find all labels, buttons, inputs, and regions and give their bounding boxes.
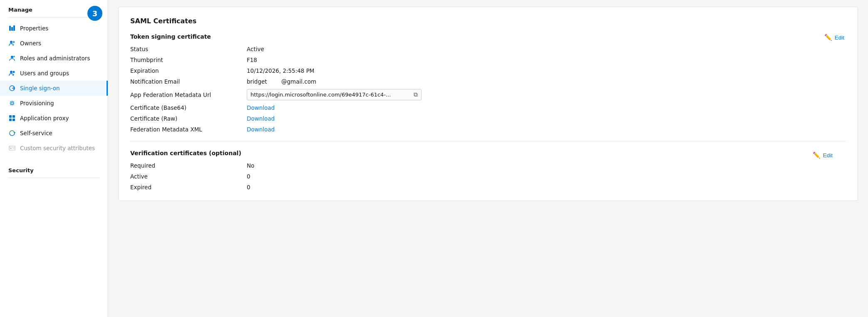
svg-point-5	[11, 56, 13, 58]
expired-label: Expired	[130, 184, 247, 191]
svg-rect-15	[9, 146, 15, 150]
sidebar-label-owners: Owners	[20, 40, 41, 47]
thumbprint-label: Thumbprint	[130, 57, 247, 63]
verification-title: Verification certificates (optional)	[130, 150, 846, 156]
svg-rect-1	[11, 27, 13, 31]
sidebar-item-roles[interactable]: Roles and administrators	[0, 51, 108, 66]
sidebar-label-users-groups: Users and groups	[20, 70, 69, 77]
active-value: 0	[247, 173, 846, 180]
sso-icon	[8, 84, 16, 92]
svg-point-10	[11, 102, 13, 104]
notification-email-value: bridget @gmail.com	[247, 78, 846, 85]
sidebar-label-sso: Single sign-on	[20, 85, 60, 92]
status-label: Status	[130, 46, 247, 52]
sidebar-item-properties[interactable]: Properties	[0, 21, 108, 36]
svg-point-6	[13, 56, 15, 57]
cert-raw-label: Certificate (Raw)	[130, 115, 247, 122]
verification-edit-pencil-icon: ✏️	[813, 151, 821, 159]
sidebar-label-self-service: Self-service	[20, 130, 52, 136]
sidebar-item-provisioning[interactable]: Provisioning	[0, 96, 108, 111]
status-value: Active	[247, 46, 846, 52]
properties-icon	[8, 25, 16, 32]
svg-rect-11	[9, 115, 12, 118]
token-signing-section: Token signing certificate ✏️ Edit Status…	[130, 33, 846, 133]
svg-rect-18	[12, 148, 14, 149]
sidebar: Manage Properties Owners	[0, 0, 108, 317]
sidebar-label-custom-security: Custom security attributes	[20, 145, 95, 151]
sidebar-label-app-proxy: Application proxy	[20, 115, 69, 121]
token-signing-title: Token signing certificate	[130, 33, 846, 40]
sidebar-item-sso[interactable]: Single sign-on	[0, 81, 108, 96]
custom-security-icon	[8, 144, 16, 152]
active-label: Active	[130, 173, 247, 180]
self-service-icon	[8, 129, 16, 137]
svg-point-3	[10, 41, 12, 43]
cert-raw-download-link[interactable]: Download	[247, 115, 846, 122]
cert-base64-label: Certificate (Base64)	[130, 104, 247, 111]
saml-certificates-card: SAML Certificates Token signing certific…	[118, 7, 858, 201]
svg-rect-2	[13, 25, 15, 31]
provisioning-icon	[8, 99, 16, 107]
svg-rect-17	[10, 148, 12, 149]
card-title: SAML Certificates	[130, 17, 846, 25]
copy-url-icon[interactable]: ⧉	[414, 91, 418, 98]
verification-info-grid: Required No Active 0 Expired 0	[130, 162, 846, 191]
sidebar-item-users-groups[interactable]: Users and groups	[0, 66, 108, 81]
notification-email-label: Notification Email	[130, 78, 247, 85]
sidebar-item-owners[interactable]: Owners	[0, 36, 108, 51]
edit-pencil-icon: ✏️	[824, 34, 832, 41]
svg-point-8	[13, 71, 15, 73]
svg-rect-12	[12, 115, 15, 118]
svg-rect-0	[9, 26, 11, 31]
manage-divider	[8, 17, 99, 17]
federation-xml-label: Federation Metadata XML	[130, 126, 247, 133]
svg-point-7	[10, 71, 12, 73]
sidebar-label-properties: Properties	[20, 25, 48, 32]
sidebar-label-provisioning: Provisioning	[20, 100, 54, 106]
security-section-label: Security	[0, 161, 108, 176]
section-divider	[130, 141, 846, 141]
thumbprint-value: F18	[247, 57, 846, 63]
verification-section: Verification certificates (optional) ✏️ …	[130, 150, 846, 191]
page-wrapper: 3 SAML Certificates Token signing certif…	[108, 0, 868, 317]
token-signing-info-grid: Status Active Thumbprint F18 Expiration …	[130, 46, 846, 133]
federation-xml-download-link[interactable]: Download	[247, 126, 846, 133]
expiration-value: 10/12/2026, 2:55:48 PM	[247, 67, 846, 74]
metadata-url-box: https://login.microsoftonline.com/69e491…	[247, 89, 422, 100]
token-signing-edit-button[interactable]: ✏️ Edit	[821, 32, 848, 43]
sidebar-item-app-proxy[interactable]: Application proxy	[0, 111, 108, 126]
app-proxy-icon	[8, 114, 16, 122]
cert-base64-download-link[interactable]: Download	[247, 104, 846, 111]
expired-value: 0	[247, 184, 846, 191]
users-groups-icon	[8, 69, 16, 77]
roles-icon	[8, 54, 16, 62]
sidebar-item-custom-security: Custom security attributes	[0, 141, 108, 156]
sidebar-item-self-service[interactable]: Self-service	[0, 126, 108, 141]
content-area: SAML Certificates Token signing certific…	[108, 0, 868, 317]
sidebar-label-roles: Roles and administrators	[20, 55, 90, 62]
metadata-url-text: https://login.microsoftonline.com/69e491…	[250, 92, 410, 98]
required-label: Required	[130, 162, 247, 169]
security-divider	[8, 178, 99, 178]
verification-edit-button[interactable]: ✏️ Edit	[809, 150, 836, 161]
svg-point-4	[13, 41, 15, 43]
metadata-url-label: App Federation Metadata Url	[130, 92, 247, 98]
svg-rect-14	[12, 119, 15, 121]
step-badge: 3	[87, 6, 102, 21]
svg-rect-13	[9, 119, 12, 121]
expiration-label: Expiration	[130, 67, 247, 74]
required-value: No	[247, 162, 846, 169]
owners-icon	[8, 40, 16, 47]
